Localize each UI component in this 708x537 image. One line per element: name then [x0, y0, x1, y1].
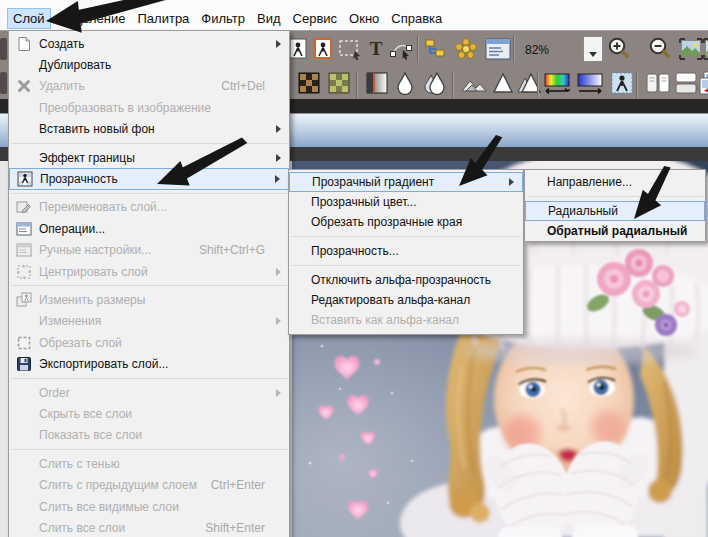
triangle-1-icon[interactable]	[492, 72, 514, 98]
menu-bar: СлойВыделениеПалитраФильтрВидСервисОкноС…	[0, 0, 708, 30]
grid-green-icon[interactable]	[328, 72, 350, 98]
menu-item: Ручные настройки...Shift+Ctrl+G	[9, 240, 289, 261]
menu-item: Слить все видимые слои	[9, 496, 289, 517]
image-1-icon[interactable]	[679, 37, 703, 65]
submenu-arrow-icon	[276, 268, 281, 276]
menu-item: Преобразовать в изображение	[9, 97, 289, 118]
layers-2-icon[interactable]	[313, 37, 335, 65]
menu-item[interactable]: Создать	[9, 33, 289, 54]
menu-item: Показать все слои	[9, 425, 289, 446]
menu-item[interactable]: Прозрачность...	[289, 241, 523, 261]
menu-item-label: Обрезать прозрачные края	[311, 215, 462, 229]
layer-transparency-icon	[10, 171, 40, 187]
toolbar-separator	[356, 72, 358, 98]
menubar-item[interactable]: Выделение	[51, 8, 132, 29]
menu-separator	[291, 236, 521, 237]
menu-item: Переименовать слой...	[9, 197, 289, 218]
menu-item[interactable]: Операции...	[9, 218, 289, 239]
menu-item-label: Скрыть все слои	[39, 407, 132, 421]
menu-item: Изменения	[9, 311, 289, 332]
book-pages-icon[interactable]	[645, 71, 671, 99]
submenu-arrow-icon	[276, 40, 281, 48]
menubar-item[interactable]: Фильтр	[195, 8, 251, 29]
menubar-item[interactable]: Слой	[7, 8, 51, 29]
text-tool-icon[interactable]: T	[366, 38, 386, 64]
menu-item[interactable]: Направление...	[525, 172, 705, 192]
menu-item-label: Радиальный	[548, 204, 618, 218]
submenu-arrow-icon	[509, 178, 514, 186]
menu-item-label: Слить все видимые слои	[39, 500, 179, 514]
menu-item[interactable]: Прозрачный градиент	[289, 172, 523, 192]
menu-item[interactable]: Обрезать прозрачные края	[289, 212, 523, 232]
menu-item[interactable]: Отключить альфа-прозрачность	[289, 270, 523, 290]
rainbow-icon[interactable]	[544, 71, 570, 99]
menu-item-label: Изменить размеры	[39, 293, 145, 307]
list-window-icon[interactable]	[485, 37, 511, 65]
layers-1-icon[interactable]	[288, 37, 310, 65]
menu-item-label: Прозрачный цвет...	[311, 195, 417, 209]
flower-icon[interactable]	[454, 37, 478, 65]
toolbar-separator	[452, 72, 454, 98]
menu-item-label: Прозрачность...	[311, 244, 399, 258]
gradient-submenu: Направление...РадиальныйОбратный радиаль…	[524, 169, 706, 242]
image-2-icon[interactable]	[703, 37, 708, 65]
node-tool-icon[interactable]	[389, 38, 413, 64]
menu-item[interactable]: Эффект границы	[9, 147, 289, 168]
menu-item: Слить с тенью	[9, 453, 289, 474]
pages-stack-icon[interactable]	[673, 71, 699, 99]
menu-item-label: Слить с тенью	[39, 457, 120, 471]
menu-item-label: Центрировать слой	[39, 265, 148, 279]
menu-item-label: Направление...	[547, 175, 632, 189]
menu-separator	[11, 143, 287, 144]
menu-item-shortcut: Shift+Enter	[193, 521, 285, 535]
menubar-item[interactable]: Палитра	[132, 8, 196, 29]
select-rect-icon[interactable]	[338, 38, 362, 64]
menubar-item[interactable]: Сервис	[287, 8, 344, 29]
menu-item[interactable]: Вставить новый фон	[9, 119, 289, 140]
menu-item-label: Слить с предыдущим слоем	[39, 478, 197, 492]
menu-item[interactable]: Прозрачный цвет...	[289, 192, 523, 212]
menu-separator	[11, 449, 287, 450]
menu-item: УдалитьCtrl+Del	[9, 76, 289, 97]
submenu-arrow-icon	[276, 154, 281, 162]
menu-item-label: Прозрачный градиент	[312, 175, 434, 189]
menu-item[interactable]: Редактировать альфа-канал	[289, 290, 523, 310]
menubar-item[interactable]: Справка	[385, 8, 448, 29]
tree-icon[interactable]	[424, 37, 448, 65]
grid-dark-icon[interactable]	[298, 72, 320, 98]
blue-grad-icon[interactable]	[577, 71, 603, 99]
mountains-icon[interactable]	[460, 73, 488, 99]
menu-item: Order	[9, 382, 289, 403]
menu-item[interactable]: Обратный радиальный	[525, 221, 705, 241]
zoom-in-icon[interactable]	[606, 36, 632, 66]
save-disk-icon	[9, 356, 39, 372]
combo-icon[interactable]	[583, 36, 603, 66]
drop-2-icon[interactable]	[423, 71, 447, 99]
submenu-arrow-icon	[276, 389, 281, 397]
toolbar-separator	[513, 36, 515, 62]
menu-separator	[291, 265, 521, 266]
menu-item-label: Экспортировать слой...	[39, 357, 168, 371]
center-layer-icon	[9, 264, 39, 280]
menu-separator	[11, 193, 287, 194]
menu-item-shortcut: Shift+Ctrl+G	[187, 243, 285, 257]
menubar-item[interactable]: Вид	[251, 8, 287, 29]
menu-item-label: Вставить как альфа-канал	[311, 313, 459, 327]
menu-item-label: Обратный радиальный	[547, 224, 687, 238]
menu-item-label: Отключить альфа-прозрачность	[311, 273, 491, 287]
drop-1-icon[interactable]	[395, 71, 415, 99]
runner-frame-icon[interactable]	[610, 71, 634, 99]
menu-item-label: Слить все слои	[39, 521, 125, 535]
resize-layer-icon	[9, 292, 39, 308]
gradient-square-icon[interactable]	[366, 72, 388, 98]
menu-item[interactable]: Экспортировать слой...	[9, 353, 289, 374]
menubar-item[interactable]: Окно	[343, 8, 385, 29]
menu-item-label: Преобразовать в изображение	[39, 101, 211, 115]
menu-item-label: Ручные настройки...	[39, 243, 151, 257]
menu-item: Слить с предыдущим слоемCtrl+Enter	[9, 474, 289, 495]
menu-item[interactable]: Прозрачность	[9, 168, 289, 189]
menu-item[interactable]: Радиальный	[525, 201, 705, 221]
zoom-out-icon[interactable]	[647, 36, 673, 66]
menu-item[interactable]: Дублировать	[9, 54, 289, 75]
page-image-icon[interactable]	[698, 70, 708, 100]
